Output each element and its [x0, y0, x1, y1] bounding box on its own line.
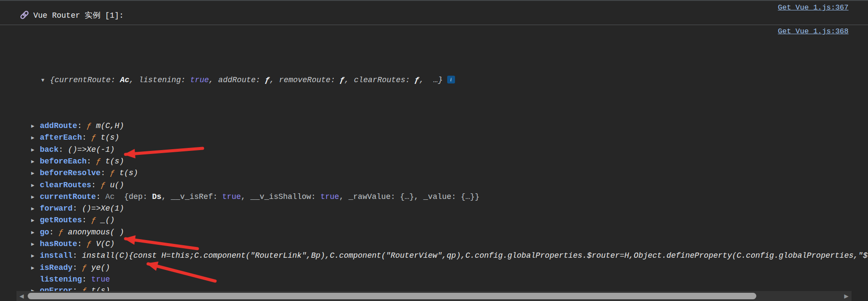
property-name: getRoutes	[40, 216, 82, 224]
value-segment: ƒ	[82, 263, 87, 272]
value-segment: Ac	[105, 192, 124, 201]
property-row-addroute[interactable]: ▶addRoute: ƒ m(C,H)	[0, 120, 868, 132]
property-row-clearroutes[interactable]: ▶clearRoutes: ƒ u()	[0, 179, 868, 191]
value-segment: ()=>Xe(-1)	[68, 145, 115, 154]
property-name: beforeEach	[40, 157, 87, 166]
value-segment: ƒ	[87, 122, 91, 130]
property-name: currentRoute	[40, 192, 96, 201]
expand-caret-icon[interactable]: ▶	[31, 215, 40, 226]
value-segment: , listening:	[129, 76, 190, 84]
property-name: forward	[40, 204, 73, 213]
value-segment: _()	[96, 216, 115, 224]
property-row-currentroute[interactable]: ▶currentRoute: Ac {dep: Ds, __v_isRef: t…	[0, 191, 868, 203]
property-value: install(C){const H=this;C.component("Rou…	[82, 251, 868, 260]
value-segment: Ac	[120, 76, 129, 84]
value-segment: ƒ	[58, 228, 63, 237]
property-value: ƒ u()	[100, 181, 124, 189]
colon-separator: :	[100, 169, 110, 177]
value-segment: ƒ	[265, 76, 270, 84]
property-row-hasroute[interactable]: ▶hasRoute: ƒ V(C)	[0, 238, 868, 250]
property-row-aftereach[interactable]: ▶afterEach: ƒ t(s)	[0, 132, 868, 144]
property-value: ƒ anonymous( )	[58, 228, 124, 237]
expand-caret-icon[interactable]: ▶	[31, 239, 40, 250]
colon-separator: :	[49, 228, 59, 237]
property-row-beforeeach[interactable]: ▶beforeEach: ƒ t(s)	[0, 156, 868, 167]
info-icon[interactable]: i	[447, 76, 455, 83]
property-value: ƒ _()	[91, 216, 115, 224]
expand-caret-icon[interactable]: ▶	[31, 263, 40, 274]
colon-separator: :	[73, 251, 82, 260]
value-segment: ƒ	[100, 181, 105, 189]
expand-caret-icon[interactable]: ▶	[31, 156, 40, 167]
value-segment: t(s)	[96, 133, 119, 142]
value-segment: ƒ	[91, 216, 96, 224]
source-link-367[interactable]: Get_Vue_1.js:367	[778, 3, 849, 12]
value-segment: {dep:	[124, 192, 152, 201]
property-row-getroutes[interactable]: ▶getRoutes: ƒ _()	[0, 215, 868, 226]
value-segment: t(s)	[115, 169, 138, 177]
expand-caret-icon[interactable]: ▶	[31, 227, 40, 238]
value-segment: , addRoute:	[209, 76, 265, 84]
property-value: Ac {dep: Ds, __v_isRef: true, __v_isShal…	[105, 192, 479, 201]
property-name: clearRoutes	[40, 181, 91, 189]
property-name: isReady	[40, 263, 73, 272]
property-row-listening[interactable]: listening: true	[0, 274, 868, 285]
value-segment: , __v_isRef:	[161, 192, 222, 201]
property-value: ()=>Xe(-1)	[68, 145, 115, 154]
link-icon	[19, 10, 29, 20]
property-name: afterEach	[40, 133, 82, 142]
value-segment: ƒ	[110, 169, 115, 177]
console-message-header: Vue Router 实例 [1]: Get_Vue_1.js:367	[0, 0, 868, 25]
expand-caret-icon[interactable]: ▶	[31, 250, 40, 262]
value-segment: true	[222, 192, 241, 201]
horizontal-scrollbar[interactable]: ◀ ▶	[16, 291, 852, 301]
value-segment: {currentRoute:	[50, 76, 120, 84]
expand-caret-icon[interactable]: ▶	[31, 144, 40, 156]
value-segment: ()=>Xe(1)	[82, 204, 124, 213]
property-value: ƒ t(s)	[110, 169, 138, 177]
property-value: ƒ t(s)	[96, 157, 124, 166]
property-name: beforeResolve	[40, 169, 100, 177]
expand-caret-icon[interactable]: ▶	[31, 132, 40, 144]
property-row-isready[interactable]: ▶isReady: ƒ ye()	[0, 262, 868, 274]
property-row-beforeresolve[interactable]: ▶beforeResolve: ƒ t(s)	[0, 167, 868, 179]
value-segment: ƒ	[87, 240, 91, 248]
property-value: ƒ t(s)	[91, 133, 119, 142]
value-segment: true	[91, 275, 110, 284]
expand-caret-icon[interactable]: ▶	[31, 121, 40, 132]
source-link-368[interactable]: Get_Vue_1.js:368	[778, 27, 849, 35]
scrollbar-thumb[interactable]	[28, 293, 756, 299]
expand-caret-icon[interactable]: ▶	[31, 192, 40, 203]
object-preview-row[interactable]: ▼{currentRoute: Ac, listening: true, add…	[0, 63, 868, 98]
value-segment: Ds	[152, 192, 161, 201]
value-segment: ƒ	[96, 157, 101, 166]
property-row-back[interactable]: ▶back: ()=>Xe(-1)	[0, 144, 868, 156]
scroll-right-icon[interactable]: ▶	[842, 291, 851, 301]
value-segment: , clearRoutes:	[345, 76, 415, 84]
property-row-go[interactable]: ▶go: ƒ anonymous( )	[0, 227, 868, 238]
value-segment: V(C)	[91, 240, 115, 248]
expand-caret-icon[interactable]: ▶	[31, 203, 40, 215]
value-segment: anonymous( )	[63, 228, 124, 237]
colon-separator: :	[82, 275, 91, 284]
colon-separator: :	[96, 192, 106, 201]
property-rows: ▶addRoute: ƒ m(C,H)▶afterEach: ƒ t(s)▶ba…	[0, 120, 868, 301]
scroll-left-icon[interactable]: ◀	[17, 291, 26, 301]
value-segment: , _rawValue: {…}, _value: {…}}	[339, 192, 479, 201]
console-message-title: Vue Router 实例 [1]:	[33, 10, 124, 20]
expand-caret-icon[interactable]: ▶	[31, 180, 40, 191]
property-value: ƒ m(C,H)	[87, 122, 124, 130]
expand-caret-icon[interactable]: ▶	[31, 168, 40, 179]
value-segment: t(s)	[100, 157, 124, 166]
colon-separator: :	[91, 181, 101, 189]
property-value: ƒ V(C)	[87, 240, 115, 248]
property-row-install[interactable]: ▶install: install(C){const H=this;C.comp…	[0, 250, 868, 262]
property-name: back	[40, 145, 58, 154]
value-segment: install(C){const H=this;C.component("Rou…	[82, 251, 868, 260]
value-segment: ƒ	[340, 76, 345, 84]
property-row-forward[interactable]: ▶forward: ()=>Xe(1)	[0, 203, 868, 215]
colon-separator: :	[87, 157, 96, 166]
value-segment: u()	[105, 181, 124, 189]
caret-expanded-icon[interactable]: ▼	[41, 75, 50, 86]
value-segment: m(C,H)	[91, 122, 124, 130]
